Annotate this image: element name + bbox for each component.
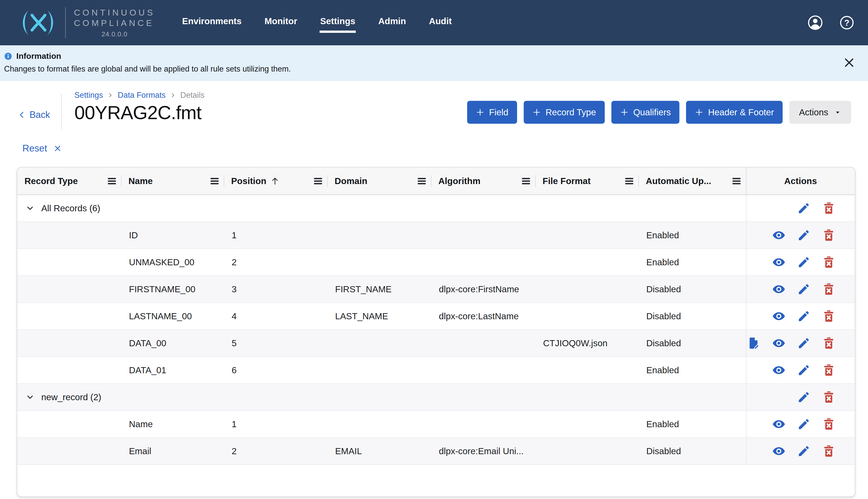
cell-automatic-updates: Enabled (639, 230, 746, 240)
nav-admin[interactable]: Admin (378, 12, 406, 33)
reset-label: Reset (22, 143, 47, 154)
add-qualifiers-button[interactable]: Qualifiers (611, 101, 680, 124)
cell-domain: EMAIL (328, 446, 431, 456)
column-menu-icon[interactable] (416, 176, 427, 186)
cell-position: 3 (224, 284, 328, 294)
row-actions (746, 411, 855, 437)
cell-position: 2 (224, 446, 328, 456)
column-header-automatic-updates[interactable]: Automatic Up... (639, 168, 746, 195)
delete-button[interactable] (822, 283, 835, 296)
view-button[interactable] (772, 256, 785, 269)
breadcrumb: Settings Data Formats Details (74, 90, 205, 100)
column-header-file-format[interactable]: File Format (535, 168, 639, 195)
row-actions (746, 438, 855, 464)
add-field-label: Field (489, 107, 508, 117)
column-menu-icon[interactable] (107, 176, 117, 186)
edit-button[interactable] (797, 229, 810, 242)
nav-environments[interactable]: Environments (182, 12, 242, 33)
chevron-down-icon[interactable] (25, 392, 35, 402)
group-label: All Records (6) (41, 203, 100, 214)
view-button[interactable] (772, 337, 785, 350)
delete-button[interactable] (822, 229, 835, 242)
row-actions (746, 195, 855, 221)
cell-domain: FIRST_NAME (328, 284, 431, 294)
column-menu-icon[interactable] (313, 176, 323, 186)
column-header-algorithm[interactable]: Algorithm (431, 168, 535, 195)
column-menu-icon[interactable] (521, 176, 531, 186)
column-menu-icon[interactable] (624, 176, 634, 186)
cell-position: 4 (224, 311, 328, 321)
edit-button[interactable] (797, 202, 810, 215)
column-header-record-type[interactable]: Record Type (17, 168, 121, 195)
plus-icon (532, 108, 541, 117)
breadcrumb-settings[interactable]: Settings (74, 90, 103, 100)
add-header-footer-button[interactable]: Header & Footer (686, 101, 783, 124)
view-button[interactable] (772, 445, 785, 458)
nav-audit[interactable]: Audit (428, 12, 452, 33)
page-content: Back Settings Data Formats Details 00YRA… (0, 90, 868, 497)
banner-close-icon[interactable] (843, 57, 855, 69)
delete-button[interactable] (822, 256, 835, 269)
back-button[interactable]: Back (18, 109, 50, 120)
add-record-type-button[interactable]: Record Type (524, 101, 605, 124)
actions-label: Actions (799, 107, 828, 117)
add-header-footer-label: Header & Footer (708, 107, 774, 117)
cell-automatic-updates: Disabled (639, 446, 746, 456)
view-button[interactable] (772, 364, 785, 377)
record-type-group-row: All Records (6) (17, 195, 855, 222)
brand-version: 24.0.0.0 (74, 30, 155, 38)
column-header-position[interactable]: Position (224, 168, 328, 195)
column-menu-icon[interactable] (209, 176, 220, 186)
cell-file-format: CTJIOQ0W.json (535, 338, 639, 348)
delete-button[interactable] (822, 309, 835, 323)
column-menu-icon[interactable] (731, 176, 742, 186)
edit-button[interactable] (797, 256, 810, 269)
edit-button[interactable] (797, 417, 810, 431)
delete-button[interactable] (822, 337, 835, 350)
cell-position: 5 (224, 338, 328, 348)
cell-name: DATA_01 (121, 365, 224, 375)
info-icon (4, 52, 12, 60)
info-banner: Information Changes to format files are … (0, 45, 868, 81)
edit-button[interactable] (797, 391, 810, 404)
reset-button[interactable]: Reset (22, 143, 61, 154)
banner-message: Changes to format files are global and w… (4, 64, 837, 74)
add-field-button[interactable]: Field (467, 101, 517, 124)
cell-algorithm: dlpx-core:Email Uni... (431, 446, 535, 456)
brand-text: CONTINUOUS COMPLIANCE 24.0.0.0 (74, 8, 155, 38)
edit-button[interactable] (797, 445, 810, 458)
nav-settings[interactable]: Settings (320, 12, 356, 33)
delete-button[interactable] (822, 391, 835, 404)
view-button[interactable] (772, 283, 785, 296)
group-cell: All Records (6) (17, 195, 746, 221)
delete-button[interactable] (822, 417, 835, 431)
view-button[interactable] (772, 309, 785, 323)
help-icon[interactable] (840, 15, 854, 30)
user-account-icon[interactable] (807, 15, 823, 31)
column-header-name[interactable]: Name (121, 168, 224, 195)
delete-button[interactable] (822, 364, 835, 377)
title-block: Settings Data Formats Details 00YRAG2C.f… (74, 90, 205, 123)
edit-button[interactable] (797, 283, 810, 296)
edit-button[interactable] (797, 364, 810, 377)
table-row: Name 1 Enabled (17, 411, 855, 438)
chevron-down-icon[interactable] (25, 204, 35, 213)
view-button[interactable] (772, 229, 785, 242)
edit-button[interactable] (797, 337, 810, 350)
nav-monitor[interactable]: Monitor (264, 12, 298, 33)
chevron-left-icon (18, 111, 26, 119)
cell-name: Name (121, 419, 224, 429)
edit-button[interactable] (797, 309, 810, 323)
actions-button[interactable]: Actions (789, 101, 851, 124)
back-label: Back (29, 109, 50, 120)
breadcrumb-details: Details (180, 90, 205, 100)
row-actions (746, 276, 855, 303)
breadcrumb-data-formats[interactable]: Data Formats (118, 90, 166, 100)
delete-button[interactable] (822, 445, 835, 458)
column-header-domain[interactable]: Domain (328, 168, 431, 195)
delete-button[interactable] (822, 202, 835, 215)
file-masking-button[interactable] (747, 337, 760, 350)
view-button[interactable] (772, 417, 785, 431)
group-label: new_record (2) (41, 392, 101, 402)
cell-automatic-updates: Enabled (639, 365, 746, 375)
